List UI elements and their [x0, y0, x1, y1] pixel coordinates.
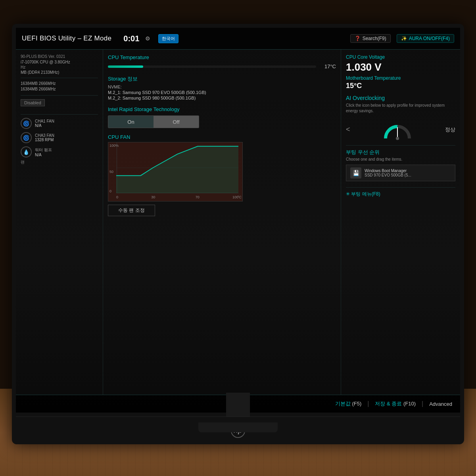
search-icon: ❓	[355, 36, 361, 41]
voltage-value: 1.030 V	[346, 61, 455, 73]
time-display: 0:01	[123, 34, 139, 43]
cpu-temp-value: 17°C	[320, 63, 336, 69]
bios-model: 90-PLUS BIOS Ver. 0321	[21, 54, 98, 59]
fan-korean-label: 팬	[21, 159, 98, 165]
aura-button[interactable]: ✨ AURA ON/OFF(F4)	[397, 34, 454, 43]
storage-m2-1: M.2_1: Samsung SSD 970 EVO 500GB (500.1G…	[108, 90, 336, 95]
storage-nvme-label: NVME:	[108, 84, 336, 89]
cpu-temp-label: CPU Temperature	[108, 54, 336, 60]
mb-temp-value: 15°C	[346, 82, 455, 90]
chevron-left-icon[interactable]: <	[346, 125, 350, 134]
boot-item[interactable]: 💾 Windows Boot ManagerSSD 970 EVO 500GB …	[346, 165, 455, 181]
save-key: 저장 & 종료	[375, 401, 402, 407]
storage-m2-2: M.2_2: Samsung SSD 980 500GB (500.1GB)	[108, 96, 336, 100]
search-button[interactable]: ❓ Search(F9)	[350, 34, 391, 43]
rst-on-option[interactable]: On	[108, 116, 154, 128]
rst-off-option[interactable]: Off	[154, 116, 199, 128]
left-panel: 90-PLUS BIOS Ver. 0321 i7-10700K CPU @ 3…	[16, 50, 103, 395]
water-pump-label: 워터 펌프	[35, 147, 52, 153]
svg-point-3	[396, 137, 399, 140]
storage-title: Storage 정보	[108, 75, 336, 83]
temp-bar-fill	[108, 65, 143, 68]
mb-temp-label: Motherboard Temperature	[346, 75, 455, 81]
water-pump-icon: 💧	[21, 146, 32, 157]
defaults-key: 기본값	[335, 401, 351, 407]
boot-item-icon: 💾	[350, 167, 361, 178]
ram3: 16384MB 2666MHz	[21, 87, 98, 91]
advanced-button[interactable]: Advanced	[429, 401, 452, 407]
right-panel: CPU Core Voltage 1.030 V Motherboard Tem…	[341, 50, 460, 395]
aura-icon: ✨	[401, 36, 407, 41]
x-30: 30	[151, 195, 155, 199]
cpu-fan-title: CPU FAN	[108, 134, 336, 140]
gear-icon: ⚙	[145, 35, 150, 42]
fan-section: 🌀 CHA1 FAN N/A 🌀 CHA3 FAN 1328 RPM	[21, 118, 98, 165]
monitor-bezel: UEFI BIOS Utility – EZ Mode 0:01 ⚙ 한국어 ❓…	[12, 24, 464, 444]
bar-divider-2: |	[422, 400, 423, 407]
defaults-button[interactable]: 기본값 (F5)	[335, 400, 361, 407]
fan3-label: CHA3 FAN	[35, 133, 54, 138]
fan1-icon: 🌀	[21, 118, 32, 129]
bios-title: UEFI BIOS Utility – EZ Mode	[22, 35, 111, 42]
fan1-label: CHA1 FAN	[35, 119, 54, 123]
fan1-value: N/A	[35, 123, 54, 128]
mid-panel: CPU Temperature 17°C Storage 정보 NVME: M.…	[103, 50, 341, 395]
manual-fan-button[interactable]: 수동 팬 조정	[108, 205, 155, 216]
monitor-stand	[226, 393, 250, 416]
cpu-info: i7-10700K CPU @ 3.80GHz	[21, 60, 98, 64]
x-70: 70	[196, 195, 200, 199]
save-exit-button[interactable]: 저장 & 종료 (F10)	[375, 400, 416, 407]
boot-menu-button[interactable]: ✳ 부팅 메뉴(F8)	[346, 191, 455, 198]
bar-divider-1: |	[367, 400, 369, 407]
bios-header: UEFI BIOS Utility – EZ Mode 0:01 ⚙ 한국어 ❓…	[16, 28, 460, 50]
bios-screen: UEFI BIOS Utility – EZ Mode 0:01 ⚙ 한국어 ❓…	[16, 28, 460, 413]
search-label: Search(F9)	[363, 36, 386, 41]
rst-title: Intel Rapid Storage Technology	[108, 106, 336, 112]
aura-label: AURA ON/OFF(F4)	[409, 36, 450, 41]
ai-gauge	[382, 119, 413, 140]
fan3-value: 1328 RPM	[35, 138, 54, 142]
ram2: 16384MB 2666MHz	[21, 81, 98, 86]
fan3-icon: 🌀	[21, 132, 32, 143]
boot-item-text: Windows Boot ManagerSSD 970 EVO 500GB (5…	[365, 169, 411, 177]
gauge-status: 정상	[445, 126, 455, 133]
rst-toggle: On Off	[108, 115, 199, 128]
ai-oc-desc: Click the icon below to apply profile fo…	[346, 103, 455, 114]
disabled-badge: Disabled	[21, 99, 45, 106]
boot-priority-desc: Choose one and drag the items.	[346, 157, 455, 161]
lang-button[interactable]: 한국어	[158, 34, 178, 43]
monitor-base	[198, 422, 278, 432]
voltage-label: CPU Core Voltage	[346, 54, 455, 60]
water-pump-value: N/A	[35, 153, 52, 157]
freq-info: Hz	[21, 65, 98, 69]
ram-info: MB (DDR4 2133MHz)	[21, 70, 98, 75]
boot-priority-title: 부팅 우선 순위	[346, 149, 455, 156]
svg-marker-1	[116, 146, 238, 193]
ai-oc-title: AI Overclocking	[346, 95, 455, 101]
